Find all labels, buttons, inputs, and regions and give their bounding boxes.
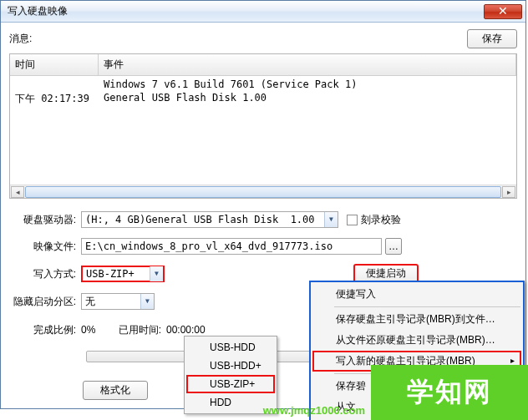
table-row: 下午 02:17:39 General USB Flash Disk 1.00 xyxy=(10,91,516,107)
browse-button[interactable]: … xyxy=(385,238,402,255)
messages-label: 消息: xyxy=(9,32,32,46)
format-button[interactable]: 格式化 xyxy=(83,381,148,400)
chevron-down-icon[interactable]: ▼ xyxy=(140,294,154,309)
menu-item-save-mbr-to-file[interactable]: 保存硬盘主引导记录(MBR)到文件… xyxy=(312,309,521,330)
horizontal-scrollbar[interactable]: ◂ ▸ xyxy=(10,185,516,198)
hidden-partition-value[interactable] xyxy=(82,294,140,309)
image-file-label: 映像文件: xyxy=(9,240,81,254)
col-event[interactable]: 事件 xyxy=(99,54,516,75)
table-body: Windows 7 v6.1 Build 7601 (Service Pack … xyxy=(10,76,516,185)
write-mode-combo[interactable]: ▼ xyxy=(81,266,165,282)
progress-label: 完成比例: xyxy=(9,323,81,337)
cell-event: Windows 7 v6.1 Build 7601 (Service Pack … xyxy=(99,78,516,91)
scroll-right-arrow-icon[interactable]: ▸ xyxy=(502,186,515,198)
burn-verify-checkbox[interactable] xyxy=(347,215,358,225)
hidden-partition-label: 隐藏启动分区: xyxy=(9,295,81,309)
image-file-input[interactable] xyxy=(81,238,382,255)
watermark-text: 学知网 xyxy=(407,374,492,411)
burn-verify-label: 刻录校验 xyxy=(361,213,401,227)
chevron-down-icon[interactable]: ▼ xyxy=(324,212,338,227)
menu-separator xyxy=(334,306,520,307)
col-time[interactable]: 时间 xyxy=(10,54,99,75)
menu-item-quick-write[interactable]: 便捷写入 xyxy=(312,284,521,305)
watermark: 学知网 xyxy=(371,365,528,420)
write-mode-label: 写入方式: xyxy=(9,267,81,281)
menu-item-restore-mbr-from-file[interactable]: 从文件还原硬盘主引导记录(MBR)… xyxy=(312,330,521,351)
table-row: Windows 7 v6.1 Build 7601 (Service Pack … xyxy=(10,78,516,91)
window-title: 写入硬盘映像 xyxy=(4,4,484,18)
watermark-url: www.jmqz1000.com xyxy=(263,404,365,417)
drive-label: 硬盘驱动器: xyxy=(9,213,81,227)
drive-combo[interactable]: ▼ xyxy=(81,211,338,228)
write-mode-value[interactable] xyxy=(83,266,150,281)
cell-time: 下午 02:17:39 xyxy=(10,91,99,107)
message-header-row: 消息: 保存 xyxy=(9,29,517,48)
hidden-partition-combo[interactable]: ▼ xyxy=(81,293,155,310)
titlebar: 写入硬盘映像 ✕ xyxy=(1,1,525,23)
menu-item-hdd[interactable]: HDD xyxy=(186,393,275,412)
elapsed-value: 00:00:00 xyxy=(166,324,206,336)
cell-time xyxy=(10,78,99,91)
save-button[interactable]: 保存 xyxy=(467,29,517,48)
elapsed-label: 已用时间: xyxy=(116,323,166,337)
write-mode-menu[interactable]: USB-HDD USB-HDD+ USB-ZIP+ HDD xyxy=(184,336,277,414)
close-button[interactable]: ✕ xyxy=(484,4,522,19)
drive-value[interactable] xyxy=(82,212,324,227)
menu-item-usb-hdd-plus[interactable]: USB-HDD+ xyxy=(186,357,275,375)
progress-value: 0% xyxy=(81,324,116,336)
menu-item-usb-hdd[interactable]: USB-HDD xyxy=(186,338,275,357)
scroll-left-arrow-icon[interactable]: ◂ xyxy=(11,186,24,198)
message-table: 时间 事件 Windows 7 v6.1 Build 7601 (Service… xyxy=(9,53,517,199)
chevron-down-icon[interactable]: ▼ xyxy=(150,266,163,281)
scroll-thumb[interactable] xyxy=(25,186,501,198)
cell-event: General USB Flash Disk 1.00 xyxy=(99,91,516,107)
menu-item-usb-zip-plus[interactable]: USB-ZIP+ xyxy=(186,375,275,393)
table-header: 时间 事件 xyxy=(10,54,516,76)
